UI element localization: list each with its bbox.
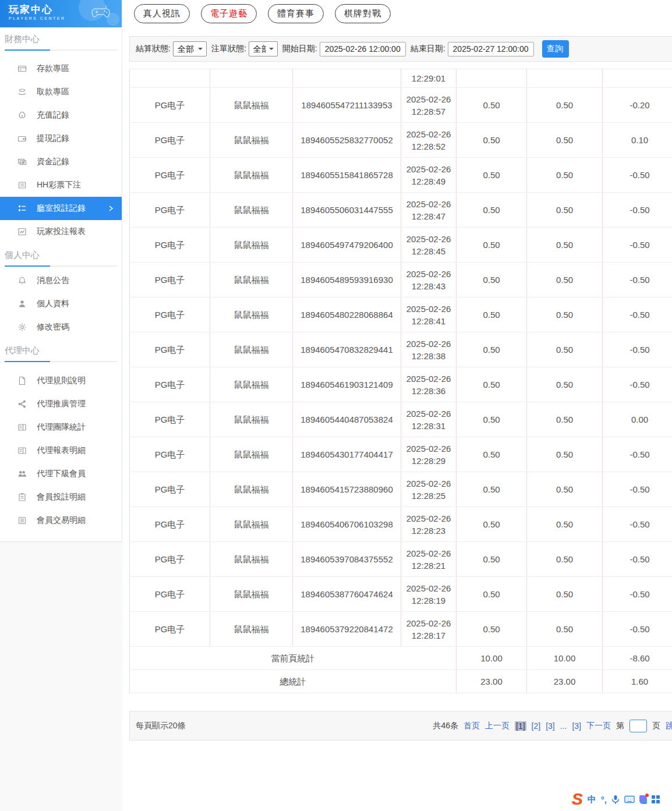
- game-cell: 鼠鼠福福: [210, 612, 293, 647]
- sidebar-item-recharge-record[interactable]: 充值記錄: [0, 104, 122, 127]
- winloss-cell: -0.50: [603, 367, 672, 402]
- ime-chinese-mode-icon[interactable]: 中: [588, 794, 596, 805]
- settle-status-select[interactable]: 全部: [173, 41, 207, 56]
- sidebar-item-lottery-bet[interactable]: HH彩票下注: [0, 173, 122, 197]
- sidebar-item-label: 存款專區: [37, 63, 69, 74]
- sidebar-item-funds-record[interactable]: 資金記錄: [0, 150, 122, 173]
- sidebar-item-label: 修改密碼: [37, 322, 69, 332]
- winloss-cell: [603, 69, 672, 88]
- bet-amount-cell: 0.50: [457, 263, 527, 298]
- tab-live-casino[interactable]: 真人視訊: [134, 4, 190, 23]
- ime-keyboard-icon[interactable]: [624, 795, 635, 803]
- provider-cell: PG电子: [130, 123, 210, 158]
- sidebar-item-room-bet-record[interactable]: 廳室投註記錄: [0, 197, 122, 220]
- ime-voice-icon[interactable]: [611, 795, 620, 805]
- section-title-agent: 代理中心: [5, 345, 117, 356]
- search-button[interactable]: 查詢: [542, 40, 569, 58]
- valid-bet-cell: 0.50: [527, 298, 603, 332]
- wallet-icon: [17, 134, 27, 143]
- sidebar-item-agent-team-stats[interactable]: 代理團隊統計: [0, 416, 122, 439]
- sidebar-item-agent-promotion[interactable]: 代理推廣管理: [0, 392, 122, 416]
- sogou-logo-icon[interactable]: S: [572, 791, 583, 808]
- table-row: PG电子 鼠鼠福福 1894605506031447555 2025-02-26…: [130, 193, 672, 228]
- sidebar-item-label: 玩家投注報表: [37, 226, 86, 237]
- bet-time-cell: 2025-02-2612:28:23: [401, 507, 457, 542]
- sidebar-item-agent-report-detail[interactable]: 代理報表明細: [0, 439, 122, 462]
- next-page-link[interactable]: 下一页: [586, 721, 611, 731]
- sidebar-item-label: 個人資料: [37, 299, 69, 309]
- jump-page-input[interactable]: [629, 720, 647, 732]
- table-row: PG电子 鼠鼠福福 1894605497479206400 2025-02-26…: [130, 228, 672, 263]
- ime-toolbar: S 中 °,: [572, 791, 660, 808]
- winloss-cell: -0.50: [603, 437, 672, 472]
- sidebar-item-agent-rules[interactable]: 代理規則說明: [0, 369, 122, 392]
- sidebar-item-member-bet-detail[interactable]: 會員投註明細: [0, 486, 122, 509]
- valid-bet-cell: 0.50: [527, 263, 603, 298]
- total-count-text: 共46条: [433, 721, 458, 731]
- sidebar-item-profile[interactable]: 個人資料: [0, 292, 122, 316]
- sidebar-item-agent-sub-members[interactable]: 代理下級會員: [0, 462, 122, 486]
- page-link-last[interactable]: [3]: [572, 721, 581, 731]
- sidebar-item-withdrawal-record[interactable]: 提現記錄: [0, 127, 122, 150]
- sidebar-item-label: 充值記錄: [37, 110, 69, 121]
- order-status-select[interactable]: 全部: [249, 41, 278, 56]
- bet-time-cell: 2025-02-2612:28:47: [401, 193, 457, 228]
- provider-cell: [130, 69, 210, 88]
- clipboard-icon: [17, 493, 27, 502]
- sidebar-item-deposit[interactable]: 存款專區: [0, 57, 122, 80]
- winloss-cell: -0.50: [603, 577, 672, 612]
- bet-id-cell: 1894605489593916930: [293, 263, 401, 298]
- provider-cell: PG电子: [130, 437, 210, 472]
- valid-bet-cell: 0.50: [527, 88, 603, 123]
- jump-action-link[interactable]: 跳转: [666, 721, 672, 731]
- winloss-cell: -0.50: [603, 263, 672, 298]
- game-cell: 鼠鼠福福: [210, 577, 293, 612]
- end-date-input[interactable]: [448, 42, 534, 56]
- agent-menu: 代理規則說明 代理推廣管理 代理團隊統計 代理報表明細 代理下級會員 會員投註明…: [0, 369, 122, 532]
- ime-skin-icon[interactable]: [639, 795, 647, 804]
- tab-board-games[interactable]: 棋牌對戰: [335, 4, 391, 23]
- tab-sports[interactable]: 體育賽事: [268, 4, 324, 23]
- sidebar-item-announcements[interactable]: 消息公告: [0, 269, 122, 292]
- list-doc-icon: [17, 180, 27, 190]
- sidebar-item-member-transaction-detail[interactable]: 會員交易明細: [0, 509, 122, 532]
- withdraw-hand-icon: [17, 87, 27, 97]
- report-chart-icon: [17, 227, 27, 236]
- bet-time-cell: 2025-02-2612:28:52: [401, 123, 457, 158]
- provider-cell: PG电子: [130, 263, 210, 298]
- document-icon: [17, 376, 27, 385]
- order-status-select-wrap: 全部: [249, 41, 278, 56]
- sidebar-item-withdraw[interactable]: 取款專區: [0, 80, 122, 104]
- first-page-link[interactable]: 首页: [464, 721, 480, 731]
- page-link-3[interactable]: [3]: [546, 721, 555, 731]
- bet-amount-cell: 0.50: [457, 612, 527, 647]
- settle-status-select-wrap: 全部: [173, 41, 207, 56]
- ime-punctuation-icon[interactable]: °,: [601, 795, 607, 805]
- section-title-finance: 財務中心: [5, 33, 117, 45]
- personal-menu: 消息公告 個人資料 修改密碼: [0, 269, 122, 339]
- bell-icon: [17, 276, 27, 285]
- sidebar-footer-area: [0, 542, 122, 811]
- game-cell: 鼠鼠福福: [210, 437, 293, 472]
- sidebar-item-label: HH彩票下注: [37, 180, 81, 190]
- table-row: PG电子 鼠鼠福福 1894605515841865728 2025-02-26…: [130, 158, 672, 193]
- gear-icon: [17, 323, 27, 332]
- sidebar-item-label: 會員投註明細: [37, 492, 86, 502]
- sidebar-item-change-password[interactable]: 修改密碼: [0, 316, 122, 339]
- page-summary-winloss: -8.60: [603, 647, 672, 670]
- page-summary-row: 當前頁統計 10.00 10.00 -8.60: [130, 647, 672, 670]
- page-link-current[interactable]: [1]: [515, 721, 526, 731]
- sidebar-item-player-report[interactable]: 玩家投注報表: [0, 220, 122, 243]
- page-ellipsis[interactable]: ...: [560, 721, 567, 731]
- prev-page-link[interactable]: 上一页: [485, 721, 510, 731]
- bet-id-cell: 1894605506031447555: [293, 193, 401, 228]
- ime-toolbox-icon[interactable]: [652, 795, 660, 803]
- jump-prefix-text: 第: [616, 721, 624, 731]
- transaction-list-icon: [17, 516, 27, 525]
- table-row: PG电子 鼠鼠福福 1894605489593916930 2025-02-26…: [130, 263, 672, 298]
- winloss-cell: -0.50: [603, 542, 672, 577]
- start-date-input[interactable]: [320, 42, 406, 56]
- tab-electronic-games[interactable]: 電子遊藝: [201, 4, 257, 23]
- page-link-2[interactable]: [2]: [532, 721, 541, 731]
- valid-bet-cell: 0.50: [527, 472, 603, 507]
